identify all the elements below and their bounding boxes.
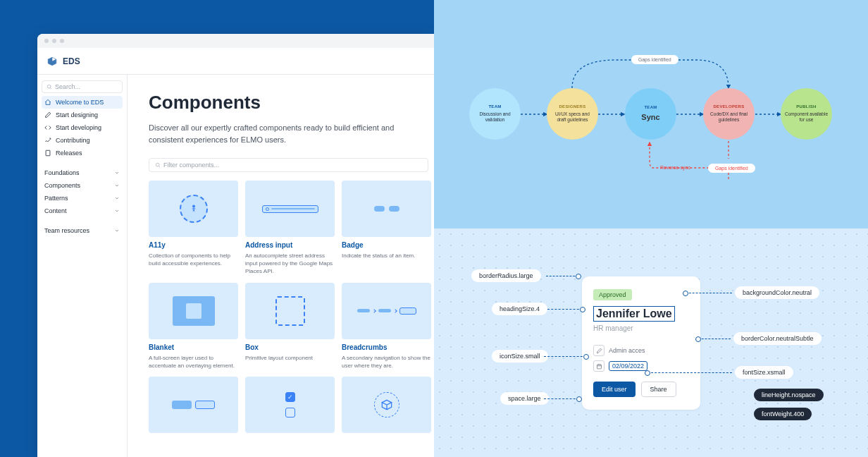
components-grid: A11y Collection of components to help bu… <box>149 181 434 437</box>
card-preview <box>342 283 431 339</box>
token-font-weight: fontWeight.400 <box>754 408 812 420</box>
card-preview <box>245 377 335 433</box>
status-badge: Approved <box>593 289 632 300</box>
section-patterns[interactable]: Patterns <box>42 192 123 205</box>
component-card-partial[interactable] <box>342 377 431 437</box>
profile-name: Jennifer Lowe <box>593 306 675 322</box>
profile-role: HR manager <box>593 324 689 332</box>
page-subtitle: Discover all our expertly crafted compon… <box>149 122 402 145</box>
card-preview <box>342 377 431 433</box>
card-desc: A full-screen layer used to accentuate a… <box>149 354 238 370</box>
card-desc: Primitive layout component <box>245 354 335 362</box>
window-dot <box>60 39 64 43</box>
node-publish: PUBLISH Component available for use <box>781 88 832 140</box>
workflow-diagram: TEAM Discussion and validation DESIGNERS… <box>434 0 868 228</box>
component-card-a11y[interactable]: A11y Collection of components to help bu… <box>149 181 238 276</box>
node-text: Component available for use <box>781 111 832 123</box>
card-preview <box>149 377 238 433</box>
node-designers: DESIGNERS UI/UX specs and draft guidelin… <box>547 88 598 140</box>
app-name: EDS <box>63 56 80 66</box>
card-desc: Collection of components to help build a… <box>149 252 238 267</box>
nav-contributing[interactable]: Contributing <box>42 134 123 147</box>
svg-point-3 <box>192 205 195 208</box>
calendar-icon <box>593 360 604 372</box>
nav-welcome[interactable]: Welcome to EDS <box>42 96 123 109</box>
node-text: Discussion and validation <box>469 111 521 123</box>
nav-label: Contributing <box>56 137 90 144</box>
label-reverse-sync: Reverse-sync <box>660 165 690 170</box>
section-components[interactable]: Components <box>42 179 123 192</box>
svg-point-2 <box>156 163 159 166</box>
nav-label: Start designing <box>56 111 98 118</box>
edit-user-button[interactable]: Edit user <box>593 382 636 397</box>
component-card-partial[interactable] <box>149 377 238 437</box>
profile-access-row: Admin acces <box>593 345 689 356</box>
card-preview <box>149 283 238 339</box>
token-bg-neutral: backgroundColor.neutral <box>735 286 819 299</box>
access-text: Admin acces <box>609 347 645 354</box>
token-font-size: fontSize.xsmall <box>735 366 793 379</box>
node-developers: DEVELOPERS Code/DX and final guidelines <box>703 88 755 140</box>
card-title: A11y <box>149 241 238 249</box>
node-team: TEAM Discussion and validation <box>469 88 521 140</box>
window-dot <box>44 39 49 43</box>
profile-date-row: 02/09/2022 <box>593 360 689 372</box>
card-title: Blanket <box>149 343 238 351</box>
component-card-breadcrumbs[interactable]: Breadcrumbs A secondary navigation to sh… <box>342 283 431 370</box>
component-card-box[interactable]: Box Primitive layout component <box>245 283 335 370</box>
nav-start-designing[interactable]: Start designing <box>42 109 123 121</box>
component-card-partial[interactable] <box>245 377 335 437</box>
component-card-blanket[interactable]: Blanket A full-screen layer used to acce… <box>149 283 238 370</box>
design-tokens-diagram: Approved Jennifer Lowe HR manager Admin … <box>434 228 868 457</box>
svg-point-0 <box>47 85 51 88</box>
pill-gaps-identified: Gaps identified <box>708 164 755 173</box>
nav-label: Releases <box>56 150 82 157</box>
node-text: Sync <box>641 112 659 122</box>
nav-label: Start developing <box>56 124 101 131</box>
card-desc: An autocomplete street address input pow… <box>245 252 335 276</box>
card-title: Address input <box>245 241 335 249</box>
token-border-radius: borderRadius.large <box>471 269 541 282</box>
node-text: UI/UX specs and draft guidelines <box>547 111 598 123</box>
card-desc: Indicate the status of an item. <box>342 252 431 260</box>
nav-releases[interactable]: Releases <box>42 147 123 159</box>
component-card-address-input[interactable]: Address input An autocomplete street add… <box>245 181 335 276</box>
nav-start-developing[interactable]: Start developing <box>42 121 123 134</box>
section-content[interactable]: Content <box>42 205 123 217</box>
share-button[interactable]: Share <box>641 382 676 397</box>
design-system-showcase: EDS Search... Welcome to EDS Start desig… <box>0 0 434 457</box>
node-label: DESIGNERS <box>559 104 585 110</box>
card-preview <box>149 181 238 237</box>
card-title: Breadcrumbs <box>342 343 431 351</box>
app-header: EDS <box>37 48 434 75</box>
search-input[interactable]: Search... <box>42 80 123 93</box>
sidebar: Search... Welcome to EDS Start designing… <box>37 75 128 457</box>
section-label: Components <box>44 182 80 189</box>
section-foundations[interactable]: Foundations <box>42 166 123 179</box>
search-placeholder: Search... <box>55 83 80 90</box>
filter-input[interactable]: Filter components... <box>149 158 428 172</box>
svg-rect-4 <box>597 364 601 368</box>
date-value: 02/09/2022 <box>609 361 647 371</box>
filter-placeholder: Filter components... <box>163 162 219 169</box>
logo-icon <box>47 56 57 66</box>
main-content: Components Discover all our expertly cra… <box>128 75 434 457</box>
card-preview <box>245 283 335 339</box>
token-space-large: space.large <box>500 392 549 405</box>
token-icon-size: iconSize.small <box>492 350 548 362</box>
component-card-badge[interactable]: Badge Indicate the status of an item. <box>342 181 431 276</box>
window-chrome <box>37 34 434 48</box>
card-title: Box <box>245 343 335 351</box>
section-label: Team resources <box>44 227 89 234</box>
card-preview <box>342 181 431 237</box>
node-label: TEAM <box>488 104 501 110</box>
node-label: DEVELOPERS <box>713 104 744 110</box>
section-label: Foundations <box>44 169 80 176</box>
section-team-resources[interactable]: Team resources <box>42 224 123 237</box>
svg-rect-1 <box>46 150 50 156</box>
browser-window: EDS Search... Welcome to EDS Start desig… <box>37 34 434 457</box>
node-text: Code/DX and final guidelines <box>703 111 755 123</box>
token-border-color: borderColor.neutralSubtle <box>733 332 822 345</box>
section-label: Patterns <box>44 195 68 202</box>
pencil-icon <box>593 345 604 356</box>
